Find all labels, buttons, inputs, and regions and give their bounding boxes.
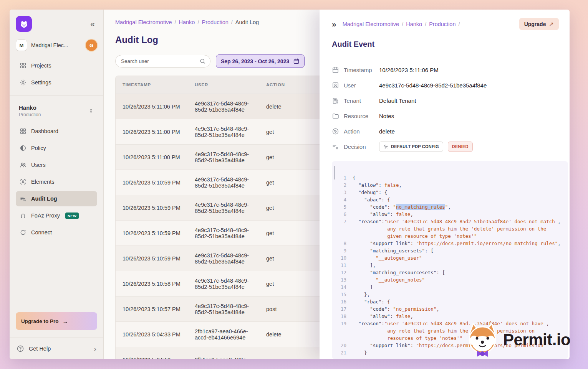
breadcrumb-link[interactable]: Hanko xyxy=(179,19,195,25)
cell-user: 4e9c317c-5d48-48c9-85d2-51be35a4f84e xyxy=(188,100,259,113)
collapse-drawer-icon[interactable]: » xyxy=(332,20,336,29)
cell-timestamp: 10/26/2023 5:10:59 PM xyxy=(116,255,188,262)
code-line: 4 "abac": { xyxy=(337,196,563,203)
detail-row-tenant: TenantDefault Tenant xyxy=(332,93,559,108)
code-line: 9 "matching_usersets": [ xyxy=(337,247,563,254)
drawer-title: Audit Event xyxy=(332,40,559,49)
breadcrumb-link[interactable]: Madrigal Electromotive xyxy=(343,21,399,27)
breadcrumb-current: Audit Log xyxy=(235,19,259,25)
code-line: any rule that grants him the 'delete' pe… xyxy=(337,225,563,232)
detail-row-resource: ResourceNotes xyxy=(332,108,559,124)
detail-value: Default Tenant xyxy=(379,97,416,104)
detail-label: Tenant xyxy=(344,97,379,104)
chevron-right-icon: › xyxy=(94,344,96,353)
environment-switcher[interactable]: Hanko Production xyxy=(16,101,97,120)
cell-user: 2fb1ca97-aea0-466e-accd-eb41466e694e xyxy=(188,328,259,341)
drawer-header: » Madrigal Electromotive/Hanko/Productio… xyxy=(332,18,559,30)
chevron-updown-icon[interactable] xyxy=(88,108,94,114)
cell-timestamp: 10/26/2023 5:11:00 PM xyxy=(116,129,188,135)
collapse-sidebar-icon[interactable]: « xyxy=(88,19,97,28)
code-line: 18 "allow": false, xyxy=(337,313,563,320)
cell-user: 4e9c317c-5d48-48c9-85d2-51be35a4f84e xyxy=(188,278,259,290)
detail-value: 10/26/2023 5:11:06 PM xyxy=(379,67,439,73)
permit-logo xyxy=(16,16,32,32)
cell-timestamp: 10/26/2023 5:04:13 xyxy=(116,357,188,359)
breadcrumb-link[interactable]: Madrigal Electromotive xyxy=(115,19,172,25)
detail-label: Timestamp xyxy=(344,67,379,73)
upgrade-to-pro-button[interactable]: Upgrade to Pro → xyxy=(16,312,97,330)
breadcrumb-separator: / xyxy=(425,21,426,27)
detail-row-user: User4e9c317c-5d48-48c9-85d2-51be35a4f84e xyxy=(332,77,559,93)
sidebar-item-elements[interactable]: Elements xyxy=(16,174,97,189)
foaz-icon xyxy=(20,212,27,219)
code-line: 16 "rbac": { xyxy=(337,298,563,305)
sidebar-item-audit-log[interactable]: Audit Log xyxy=(16,191,97,206)
cell-timestamp: 10/26/2023 5:10:59 PM xyxy=(116,205,188,211)
shiba-mascot-icon xyxy=(462,321,502,358)
breadcrumb-separator: / xyxy=(174,19,176,25)
code-line: 15 }, xyxy=(337,291,563,298)
sidebar-item-projects[interactable]: Projects xyxy=(16,58,97,73)
user-avatar[interactable]: G xyxy=(86,40,97,51)
workspace-switcher[interactable]: M Madrigal Elec... G xyxy=(16,40,97,51)
arrow-right-icon: → xyxy=(63,318,68,325)
get-help-label: Get Help xyxy=(29,346,51,352)
detail-label: Resource xyxy=(344,113,379,119)
code-line: 5 "code": "no_matching_rules", xyxy=(337,203,563,211)
denied-badge: DENIED xyxy=(448,142,473,152)
project-name: Hanko xyxy=(19,104,41,111)
calendar-icon xyxy=(293,58,300,64)
detail-row-decision: DecisionDEFAULT PDP CONFIGDENIED xyxy=(332,139,559,154)
breadcrumb: Madrigal Electromotive/Hanko/Production/ xyxy=(343,21,519,27)
date-range-picker[interactable]: Sep 26, 2023 - Oct 26, 2023 xyxy=(216,54,305,68)
cell-timestamp: 10/26/2023 5:04:33 PM xyxy=(116,331,188,338)
sidebar-item-dashboard[interactable]: Dashboard xyxy=(16,124,97,139)
sidebar-spacer xyxy=(16,242,97,312)
permit-brand-text: Permit.io xyxy=(503,331,570,349)
detail-row-action: Actiondelete xyxy=(332,124,559,139)
cell-user: 4e9c317c-5d48-48c9-85d2-51be35a4f84e xyxy=(188,202,259,214)
scrollbar[interactable] xyxy=(334,166,335,180)
audit-event-drawer: » Madrigal Electromotive/Hanko/Productio… xyxy=(320,10,570,359)
sidebar-item-connect[interactable]: Connect xyxy=(16,225,97,240)
get-help-button[interactable]: Get Help › xyxy=(10,338,103,359)
arrow-up-right-icon: ↗ xyxy=(549,21,554,28)
divider xyxy=(332,55,570,55)
code-line: 8 "support_link": "https://docs.permit.i… xyxy=(337,240,563,247)
sidebar-item-users[interactable]: Users xyxy=(16,157,97,173)
permit-watermark: Permit.io xyxy=(462,321,570,358)
sidebar-item-label: Users xyxy=(31,162,46,168)
environment-name: Production xyxy=(19,112,41,117)
breadcrumb-link[interactable]: Production xyxy=(429,21,455,27)
audit-log-icon xyxy=(20,195,27,202)
sidebar-item-settings[interactable]: Settings xyxy=(16,75,97,90)
detail-value: delete xyxy=(379,128,395,135)
upgrade-button[interactable]: Upgrade ↗ xyxy=(519,18,559,30)
column-header: USER xyxy=(188,82,259,87)
code-line: 7 "reason":"user '4e9c317c-5d48-48c9-85d… xyxy=(337,218,563,225)
breadcrumb-separator: / xyxy=(458,21,460,27)
cell-user: 4e9c317c-5d48-48c9-85d2-51be35a4f84e xyxy=(188,303,259,315)
sidebar-item-label: Settings xyxy=(31,79,51,86)
org-name: Madrigal Elec... xyxy=(31,42,82,48)
sidebar-item-policy[interactable]: Policy xyxy=(16,140,97,156)
user-card-icon xyxy=(332,82,339,89)
sidebar-top-nav: ProjectsSettings xyxy=(16,58,97,92)
cell-timestamp: 10/26/2023 5:10:59 PM xyxy=(116,230,188,236)
cell-timestamp: 10/26/2023 5:10:59 PM xyxy=(116,180,188,186)
breadcrumb-link[interactable]: Hanko xyxy=(406,21,422,27)
breadcrumb-separator: / xyxy=(231,19,233,25)
decision-badges: DEFAULT PDP CONFIGDENIED xyxy=(379,142,473,152)
cell-user: 4e9c317c-5d48-48c9-85d2-51be35a4f84e xyxy=(188,176,259,189)
sidebar-item-foaz-proxy[interactable]: FoAz ProxyNEW xyxy=(16,208,97,223)
new-badge: NEW xyxy=(65,213,79,219)
calendar-icon xyxy=(332,66,339,74)
badge-label: DENIED xyxy=(452,144,469,149)
cell-user: 4e9c317c-5d48-48c9-85d2-51be35a4f84e xyxy=(188,227,259,239)
breadcrumb-link[interactable]: Production xyxy=(202,19,228,25)
code-line: 10 "__autogen_user" xyxy=(337,254,563,262)
sidebar-header: « xyxy=(16,16,97,32)
sidebar-item-label: Projects xyxy=(31,63,51,69)
upgrade-label: Upgrade xyxy=(524,21,546,27)
search-input[interactable] xyxy=(115,55,210,68)
